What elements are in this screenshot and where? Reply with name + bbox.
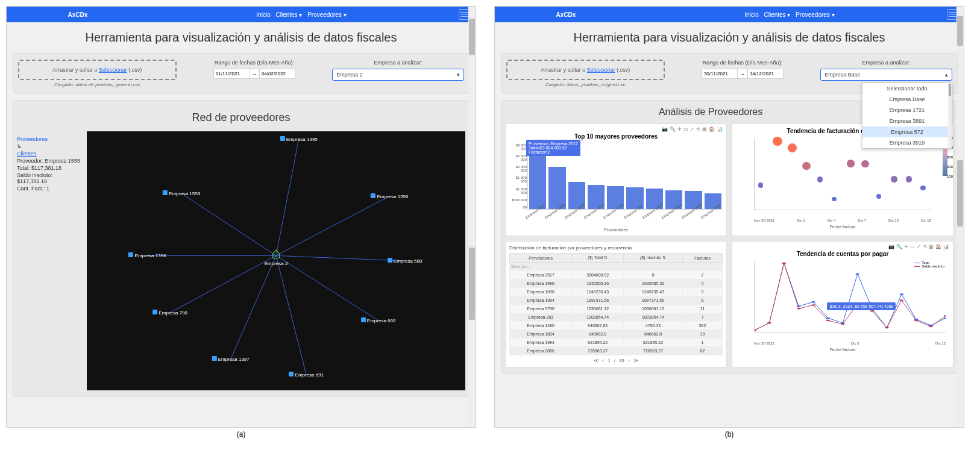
nav-proveedores[interactable]: Proveedores ▾ xyxy=(796,11,834,18)
table-row[interactable]: Empresa 25173004600.5202 xyxy=(510,271,723,279)
scatter-point[interactable] xyxy=(876,194,881,199)
table-title: Distribución de facturación por proveedo… xyxy=(509,245,723,251)
company-option[interactable]: Empresa 3919 xyxy=(862,137,952,148)
plotly-toolbar[interactable]: 📷🔍✛▭⤢⟲▦🏠📊 xyxy=(509,126,723,132)
date-range-control: Rango de fechas (Día-Mes-Año): → xyxy=(189,60,321,79)
table-row[interactable]: Empresa 19941097371.561097371.568 xyxy=(510,296,723,305)
table-header[interactable]: Proveedores xyxy=(510,254,572,263)
distribution-table[interactable]: Proveedores($) Total ⇅($) Insoluto ⇅Fact… xyxy=(509,253,723,355)
bar[interactable]: Empresa 1990 xyxy=(548,167,565,209)
bar[interactable]: Empresa 5790 xyxy=(607,186,624,209)
network-node[interactable]: Empresa 668 xyxy=(361,317,396,323)
scatter-point[interactable] xyxy=(788,143,797,152)
brand[interactable]: AxCDx xyxy=(500,11,632,18)
scatter-point[interactable] xyxy=(920,186,925,190)
svg-point-26 xyxy=(797,308,800,309)
scatter-point[interactable] xyxy=(817,176,823,182)
table-filter-input[interactable]: filtrar por... xyxy=(510,263,572,271)
table-row[interactable]: Empresa 1480940087.834780.33582 xyxy=(510,322,723,330)
bar[interactable]: Empresa 2086 xyxy=(705,193,721,209)
upload-dropzone[interactable]: Arrastrar y soltar o Seleccionar (.csv) xyxy=(18,60,177,80)
svg-point-14 xyxy=(826,317,830,319)
table-row[interactable]: Empresa 1804846662.8846662.819 xyxy=(510,330,723,339)
select-file-link[interactable]: Seleccionar xyxy=(587,67,615,73)
network-node[interactable]: Empresa 1396 xyxy=(128,252,166,258)
company-select-control: Empresa a analizar: Empresa Base ▴ Selec… xyxy=(820,60,952,81)
legend-clientes[interactable]: Clientes xyxy=(17,151,83,157)
network-canvas[interactable]: ⌂ Empresa 2 Empresa 1395 Empresa 1556 Em… xyxy=(87,131,465,390)
bar[interactable]: Empresa 1994 xyxy=(588,185,605,209)
bar[interactable]: Empresa 1690 xyxy=(568,182,585,209)
network-node[interactable]: Empresa 580 xyxy=(388,258,422,264)
bar[interactable]: Empresa 1804 xyxy=(665,190,682,209)
network-node[interactable]: Empresa 1558 xyxy=(163,190,200,196)
network-node[interactable]: Empresa 798 xyxy=(152,310,187,316)
network-node[interactable]: Empresa 1556 xyxy=(371,193,408,199)
scatter-point[interactable] xyxy=(832,197,837,202)
bar[interactable]: Empresa 1480 xyxy=(646,189,663,209)
upload-dropzone[interactable]: Arrastrar y soltar o Seleccionar (.csv) xyxy=(506,60,665,80)
company-option[interactable]: Empresa 572 xyxy=(862,126,952,137)
scatter-point[interactable] xyxy=(906,176,912,182)
table-row[interactable]: Empresa 19901935505.361935505.364 xyxy=(510,279,723,288)
table-header[interactable]: Facturas xyxy=(683,254,723,263)
scatter-point[interactable] xyxy=(802,162,810,170)
bar[interactable]: Empresa 283 xyxy=(626,187,643,209)
scrollbar[interactable] xyxy=(468,7,476,427)
nav-clientes[interactable]: Clientes ▾ xyxy=(764,11,790,18)
scatter-point[interactable] xyxy=(891,176,897,183)
network-node[interactable]: Empresa 691 xyxy=(289,372,324,378)
scatter-point[interactable] xyxy=(847,160,855,167)
date-to-input[interactable] xyxy=(747,69,784,79)
network-node[interactable]: Empresa 1395 xyxy=(280,136,318,142)
scatter-point[interactable] xyxy=(861,160,868,167)
table-header[interactable]: ($) Total ⇅ xyxy=(572,254,624,263)
pager-last[interactable]: ≫ xyxy=(633,358,638,363)
table-row[interactable]: Empresa 57901036681.121036681.1211 xyxy=(510,305,723,313)
company-dropdown[interactable]: Seleccionar todoEmpresa BaseEmpresa 1721… xyxy=(862,83,952,149)
company-select[interactable]: Empresa Base ▴ xyxy=(820,69,952,81)
company-option[interactable]: Empresa Base xyxy=(862,94,952,105)
pager-next[interactable]: › xyxy=(628,358,630,363)
network-center-node[interactable]: ⌂ Empresa 2 xyxy=(265,245,288,266)
table-row[interactable]: Empresa 1993821895.22821895.221 xyxy=(510,339,723,347)
company-option[interactable]: Empresa 3891 xyxy=(862,116,952,126)
scatter-area[interactable] xyxy=(754,138,931,210)
table-pager[interactable]: ≪ ‹ 1 / 83 › ≫ xyxy=(509,358,723,363)
svg-line-1 xyxy=(276,196,389,256)
caption-a: (a) xyxy=(237,430,246,439)
nav-proveedores[interactable]: Proveedores ▾ xyxy=(307,11,346,18)
network-node[interactable]: Empresa 1397 xyxy=(212,356,249,362)
bar[interactable]: Empresa 1993 xyxy=(685,191,702,209)
table-row[interactable]: Empresa 16901249235.431249235.439 xyxy=(510,288,723,296)
select-file-link[interactable]: Seleccionar xyxy=(99,67,127,73)
table-row[interactable]: Empresa 2831003854.741003854.747 xyxy=(510,313,723,322)
brand[interactable]: AxCDx xyxy=(11,11,144,18)
plotly-toolbar[interactable]: 📷🔍✛▭⤢⟲▦🏠📊 xyxy=(736,244,949,249)
company-option[interactable]: Empresa 1721 xyxy=(862,105,952,116)
svg-line-3 xyxy=(276,255,378,320)
nav-inicio[interactable]: Inicio xyxy=(744,11,758,18)
legend-proveedores[interactable]: Proveedores xyxy=(17,136,83,142)
svg-point-19 xyxy=(900,293,903,295)
nav-inicio[interactable]: Inicio xyxy=(256,11,270,18)
panel-analysis: AxCDx Inicio Clientes ▾ Proveedores ▾ He… xyxy=(494,6,964,428)
scatter-point[interactable] xyxy=(773,137,782,146)
svg-line-8 xyxy=(181,193,276,255)
svg-point-16 xyxy=(856,273,859,275)
scatter-point[interactable] xyxy=(758,183,763,187)
nav-links: Inicio Clientes ▾ Proveedores ▾ xyxy=(632,11,947,18)
date-from-input[interactable] xyxy=(213,69,250,79)
pager-prev[interactable]: ‹ xyxy=(602,358,604,363)
nav-clientes[interactable]: Clientes ▾ xyxy=(275,11,302,18)
company-select-control: Empresa a analizar: Empresa 2 ▾ xyxy=(332,60,464,81)
table-header[interactable]: ($) Insoluto ⇅ xyxy=(624,254,683,263)
company-select[interactable]: Empresa 2 ▾ xyxy=(332,69,464,81)
company-option[interactable]: Seleccionar todo xyxy=(862,83,952,94)
bar-tooltip: Proveedor=Empresa 2517 Total=$3 004 600.… xyxy=(526,140,580,156)
pager-first[interactable]: ≪ xyxy=(594,358,598,363)
line-chart-area[interactable]: TotalSaldo insoluto (Dic 3, 2021, $2 558… xyxy=(754,261,946,333)
date-from-input[interactable] xyxy=(702,69,738,79)
table-row[interactable]: Empresa 2086728963.27728963.2782 xyxy=(510,347,723,355)
date-to-input[interactable] xyxy=(259,69,295,79)
